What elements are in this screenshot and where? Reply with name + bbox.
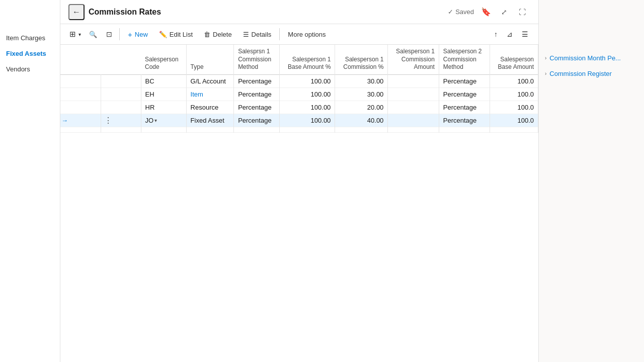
bookmark-button[interactable]: 🔖 [478,4,494,20]
col-sp-base-amount-header: SalespersonBase Amount [490,45,538,74]
row-arrow-cell [60,101,101,114]
commission-rates-table: SalespersonCode Type Salesprsn 1Commissi… [60,45,538,133]
filter-button[interactable]: ⊿ [503,28,517,41]
salesperson-code-dropdown[interactable]: JO ▾ [145,117,182,124]
cell-sp-base-amount: 100.0 [490,87,538,101]
cell-empty [141,127,186,132]
cell-sp1-base: 100.00 [279,101,335,114]
table-row[interactable]: HR Resource Percentage 100.00 20.00 Perc… [60,101,538,114]
cell-type: Fixed Asset [186,114,234,127]
col-sp1-commission-header: Salesperson 1Commission % [335,45,388,74]
col-arrow-header [60,45,101,74]
cell-sp1-commission: 30.00 [335,74,388,87]
add-view-icon: ⊡ [106,30,112,38]
cell-sp1-amount [388,87,439,101]
page-title: Commission Rates [89,8,444,17]
cell-sp1-method: Percentage [234,101,279,114]
table-container: SalespersonCode Type Salesprsn 1Commissi… [60,45,538,362]
dropdown-chevron-icon: ▾ [154,118,157,123]
cell-sp1-base: 100.00 [279,87,335,101]
cell-sp2-method: Percentage [439,101,490,114]
row-dots-cell [101,87,141,101]
table-row[interactable]: → ⋮ JO ▾ Fixed Asset Percentage 100.00 [60,114,538,127]
right-panel-item-commission-register[interactable]: › Commission Register [539,66,644,81]
cell-empty [490,127,538,132]
row-arrow-cell [60,74,101,87]
left-sidebar: Item Charges Fixed Assets Vendors [0,0,60,362]
chevron-right-icon: › [545,55,546,61]
table-row[interactable]: EH Item Percentage 100.00 30.00 Percenta… [60,87,538,101]
cell-sp-base-amount: 100.0 [490,114,538,127]
filter-icon: ⊿ [507,30,513,38]
chevron-right-icon: › [545,71,546,76]
expand-button[interactable]: ⛶ [514,4,530,20]
cell-empty [439,127,490,132]
cell-sp1-commission: 40.00 [335,114,388,127]
share-button[interactable]: ↑ [490,28,502,41]
add-view-button[interactable]: ⊡ [102,28,116,41]
row-dots-cell[interactable]: ⋮ [101,114,141,127]
cell-sp1-method: Percentage [234,74,279,87]
apps-chevron: ▾ [78,32,81,37]
toolbar: ⊞ ▾ 🔍 ⊡ + New ✏️ Edit List 🗑 Delete ☰ [60,24,538,45]
cell-salesperson-code[interactable]: JO ▾ [141,114,186,127]
row-arrow-cell: → [60,114,101,127]
cell-sp1-amount [388,101,439,114]
row-arrow-cell [60,127,101,132]
search-button[interactable]: 🔍 [85,28,101,41]
delete-button[interactable]: 🗑 Delete [199,28,237,41]
new-button[interactable]: + New [123,28,153,41]
cell-salesperson-code: HR [141,101,186,114]
cell-sp1-amount [388,74,439,87]
top-nav-bar: ← Commission Rates ✓ Saved 🔖 ⤢ ⛶ [60,0,538,24]
sidebar-item-fixed-assets[interactable]: Fixed Assets [0,46,60,61]
toolbar-right-actions: ↑ ⊿ ☰ [490,28,532,41]
toolbar-separator-1 [119,28,120,40]
edit-list-icon: ✏️ [159,31,167,38]
cell-empty [234,127,279,132]
cell-sp1-method: Percentage [234,114,279,127]
col-type-header: Type [186,45,234,74]
main-content: ← Commission Rates ✓ Saved 🔖 ⤢ ⛶ ⊞ ▾ 🔍 [60,0,538,362]
edit-list-button[interactable]: ✏️ Edit List [154,28,198,41]
share-icon: ↑ [494,30,498,38]
sidebar-item-item-charges[interactable]: Item Charges [0,30,60,46]
cell-empty [279,127,335,132]
sidebar-item-vendors[interactable]: Vendors [0,61,60,77]
open-in-new-icon: ⤢ [501,8,507,16]
cell-sp1-method: Percentage [234,87,279,101]
row-dots-cell [101,127,141,132]
cell-sp1-base: 100.00 [279,74,335,87]
cell-sp2-method: Percentage [439,114,490,127]
cell-type[interactable]: Item [186,87,234,101]
row-arrow-icon: → [61,117,68,124]
row-context-menu-button[interactable]: ⋮ [102,115,114,126]
cell-sp2-method: Percentage [439,87,490,101]
table-row[interactable]: BC G/L Account Percentage 100.00 30.00 P… [60,74,538,87]
cell-empty [388,127,439,132]
cell-sp1-base: 100.00 [279,114,335,127]
details-button[interactable]: ☰ Details [238,28,277,41]
cell-type: Resource [186,101,234,114]
col-dots-header [101,45,141,74]
open-new-window-button[interactable]: ⤢ [496,4,512,20]
new-plus-icon: + [128,30,132,39]
more-options-button[interactable]: More options [283,28,331,41]
cell-sp-base-amount: 100.0 [490,74,538,87]
columns-button[interactable]: ☰ [518,28,532,41]
cell-sp-base-amount: 100.0 [490,101,538,114]
cell-sp1-amount [388,114,439,127]
table-row-empty [60,127,538,132]
back-button[interactable]: ← [68,4,85,20]
details-icon: ☰ [243,31,249,38]
col-sp1-amount-header: Salesperson 1CommissionAmount [388,45,439,74]
columns-icon: ☰ [522,30,528,38]
right-panel-item-commission-month[interactable]: › Commission Month Pe... [539,50,644,66]
cell-sp2-method: Percentage [439,74,490,87]
apps-switcher-button[interactable]: ⊞ ▾ [66,27,84,41]
bookmark-icon: 🔖 [481,7,491,17]
row-arrow-cell [60,87,101,101]
cell-sp1-commission: 20.00 [335,101,388,114]
cell-sp1-commission: 30.00 [335,87,388,101]
table-header-row: SalespersonCode Type Salesprsn 1Commissi… [60,45,538,74]
